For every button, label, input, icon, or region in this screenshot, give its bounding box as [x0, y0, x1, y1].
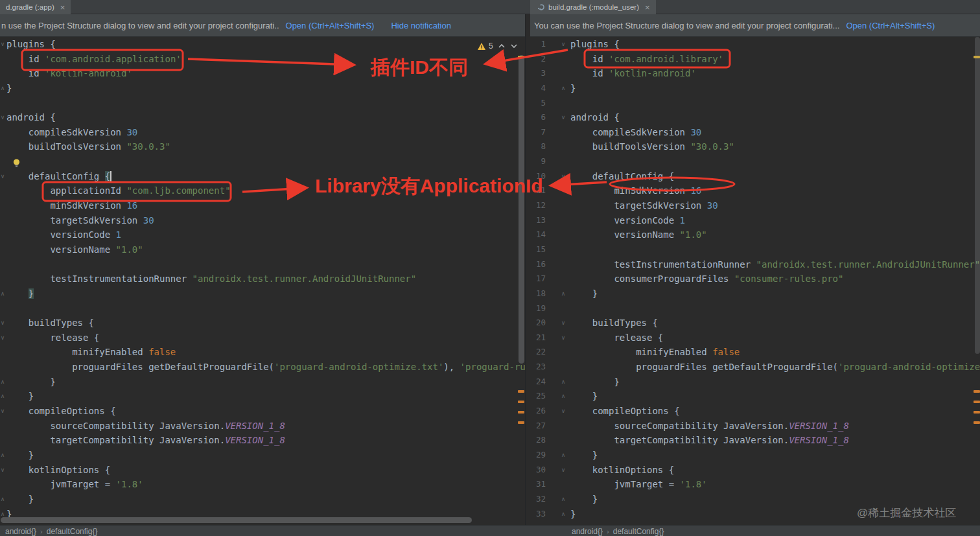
fold-marker-icon[interactable] [559, 125, 568, 140]
code-line[interactable]: sourceCompatibility JavaVersion.VERSION_… [6, 419, 525, 434]
fold-marker-icon[interactable]: ∨ [559, 110, 568, 125]
code-line[interactable]: } [570, 448, 980, 463]
fold-marker-icon[interactable] [559, 272, 568, 286]
line-number[interactable]: 2 [531, 52, 546, 67]
fold-marker-icon[interactable] [559, 139, 568, 154]
code-line[interactable]: targetSdkVersion 30 [570, 198, 980, 213]
code-line[interactable]: consumerProguardFiles "consumer-rules.pr… [570, 272, 980, 286]
code-area[interactable]: plugins { id 'com.android.library' id 'k… [570, 37, 980, 521]
line-number[interactable]: 13 [531, 213, 546, 228]
code-line[interactable]: jvmTarget = '1.8' [6, 477, 525, 492]
line-number[interactable]: 30 [531, 463, 546, 478]
fold-marker-icon[interactable] [559, 242, 568, 257]
code-line[interactable]: testInstrumentationRunner "androidx.test… [570, 257, 980, 272]
fold-marker-icon[interactable]: ∨ [559, 463, 568, 478]
breadcrumb-item[interactable]: defaultConfig{} [47, 526, 98, 536]
code-line[interactable]: minSdkVersion 16 [6, 198, 525, 213]
code-line[interactable]: } [570, 389, 980, 404]
line-number[interactable]: 14 [531, 227, 546, 242]
code-line[interactable]: minifyEnabled false [6, 345, 525, 360]
fold-marker-icon[interactable] [559, 52, 568, 67]
line-number[interactable]: 9 [531, 154, 546, 169]
code-line[interactable] [570, 154, 980, 169]
code-line[interactable]: versionCode 1 [6, 227, 525, 242]
code-line[interactable]: compileSdkVersion 30 [6, 125, 525, 140]
open-project-structure-link[interactable]: Open (Ctrl+Alt+Shift+S) [846, 21, 935, 30]
line-number[interactable]: 5 [531, 96, 546, 111]
code-line[interactable]: id 'kotlin-android' [570, 66, 980, 81]
vertical-scrollbar[interactable] [519, 55, 524, 364]
code-line[interactable]: compileOptions { [570, 404, 980, 419]
code-line[interactable]: plugins { [6, 37, 525, 52]
next-warning-icon[interactable] [510, 43, 518, 49]
line-number[interactable]: 32 [531, 492, 546, 507]
fold-marker-icon[interactable] [559, 301, 568, 316]
code-line[interactable]: buildTypes { [6, 316, 525, 331]
fold-marker-icon[interactable] [559, 213, 568, 228]
code-line[interactable]: android { [6, 110, 525, 125]
fold-marker-icon[interactable] [559, 198, 568, 213]
code-line[interactable]: } [6, 81, 525, 96]
code-line[interactable]: release { [570, 331, 980, 345]
code-line[interactable]: versionName "1.0" [6, 242, 525, 257]
fold-marker-icon[interactable]: ∧ [559, 81, 568, 96]
hide-notification-link[interactable]: Hide notification [391, 21, 451, 30]
code-line[interactable]: compileOptions { [6, 404, 525, 419]
code-line[interactable]: proguardFiles getDefaultProguardFile('pr… [6, 360, 525, 375]
code-line[interactable]: minifyEnabled false [570, 345, 980, 360]
code-line[interactable]: jvmTarget = '1.8' [570, 477, 980, 492]
code-line[interactable] [570, 96, 980, 111]
code-line[interactable]: } [6, 492, 525, 507]
intention-bulb-icon[interactable] [12, 158, 21, 170]
line-number[interactable]: 26 [531, 404, 546, 419]
open-project-structure-link[interactable]: Open (Ctrl+Alt+Shift+S) [286, 21, 375, 30]
line-number[interactable]: 19 [531, 301, 546, 316]
code-line[interactable] [570, 242, 980, 257]
code-line[interactable]: } [6, 448, 525, 463]
fold-marker-icon[interactable] [559, 433, 568, 448]
fold-marker-icon[interactable]: ∧ [559, 389, 568, 404]
fold-marker-icon[interactable] [559, 154, 568, 169]
line-number[interactable]: 27 [531, 419, 546, 434]
code-line[interactable]: buildTypes { [570, 316, 980, 331]
code-line[interactable]: release { [6, 331, 525, 345]
code-line[interactable]: defaultConfig { [570, 169, 980, 184]
tab-build-gradle-app[interactable]: d.gradle (:app) × [0, 0, 71, 14]
fold-marker-icon[interactable]: ∧ [559, 286, 568, 301]
line-number[interactable]: 3 [531, 66, 546, 81]
fold-marker-icon[interactable] [559, 257, 568, 272]
code-line[interactable]: } [570, 81, 980, 96]
fold-marker-icon[interactable]: ∨ [559, 37, 568, 52]
fold-marker-icon[interactable] [559, 227, 568, 242]
fold-marker-icon[interactable] [559, 345, 568, 360]
code-line[interactable]: kotlinOptions { [6, 463, 525, 478]
line-number[interactable]: 31 [531, 477, 546, 492]
line-number[interactable]: 6 [531, 110, 546, 125]
code-line[interactable]: sourceCompatibility JavaVersion.VERSION_… [570, 419, 980, 434]
code-area[interactable]: plugins { id 'com.android.application' i… [6, 37, 525, 517]
breadcrumb-item[interactable]: defaultConfig{} [613, 526, 664, 536]
code-line[interactable]: targetCompatibility JavaVersion.VERSION_… [570, 433, 980, 448]
line-number[interactable]: 23 [531, 360, 546, 375]
line-number[interactable]: 8 [531, 139, 546, 154]
fold-marker-icon[interactable]: ∨ [559, 169, 568, 184]
line-number[interactable]: 25 [531, 389, 546, 404]
code-line[interactable] [6, 301, 525, 316]
code-line[interactable]: targetCompatibility JavaVersion.VERSION_… [6, 433, 525, 448]
code-line[interactable]: } [570, 286, 980, 301]
code-line[interactable]: plugins { [570, 37, 980, 52]
code-line[interactable]: id 'com.android.library' [570, 52, 980, 67]
line-number[interactable]: 1 [531, 37, 546, 52]
code-line[interactable]: } [6, 286, 525, 301]
inspections-widget[interactable]: 5 [477, 40, 518, 52]
line-number[interactable]: 4 [531, 81, 546, 96]
fold-marker-icon[interactable] [559, 96, 568, 111]
fold-marker-icon[interactable]: ∧ [559, 448, 568, 463]
code-line[interactable]: } [570, 375, 980, 390]
horizontal-scrollbar[interactable] [1, 517, 472, 523]
editor-right[interactable]: 1234567891011121314151617181920212223242… [530, 37, 980, 525]
fold-marker-icon[interactable]: ∧ [559, 507, 568, 522]
line-number[interactable]: 33 [531, 507, 546, 522]
fold-marker-icon[interactable] [559, 419, 568, 434]
code-line[interactable]: versionName "1.0" [570, 227, 980, 242]
